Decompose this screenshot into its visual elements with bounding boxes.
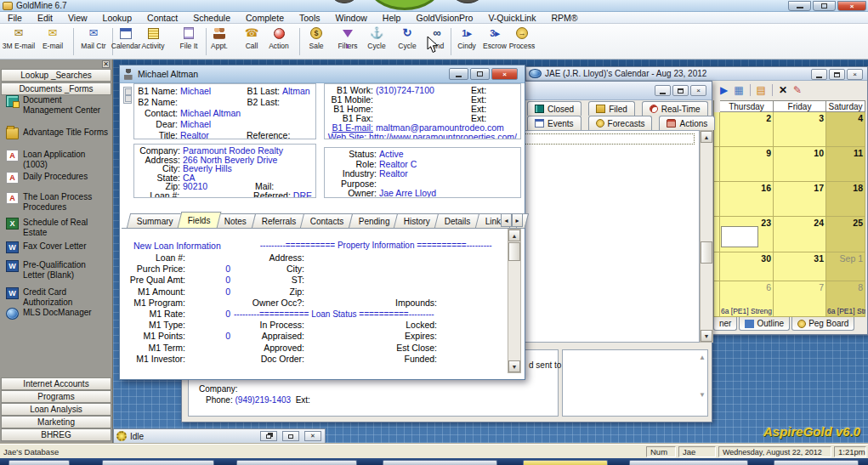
tab-details[interactable]: Details (434, 213, 481, 228)
sidebar-item-loan-application[interactable]: ALoan Application (1003) (6, 150, 110, 169)
activity-tab-events[interactable]: Events (527, 116, 582, 130)
calendar-tab-planner[interactable]: ner (713, 317, 737, 331)
tab-referrals[interactable]: Referrals (251, 213, 306, 228)
sidebar-item-loan-process-procedures[interactable]: AThe Loan Process Procedures (6, 192, 110, 212)
status-field[interactable]: Active (379, 150, 404, 160)
menu-rpm[interactable]: RPM® (543, 13, 585, 23)
sidebar-item-schedule-of-real-estate[interactable]: XSchedule of Real Estate (6, 218, 110, 237)
sidebar-group-loan-analysis[interactable]: Loan Analysis (1, 403, 111, 416)
calendar-cell[interactable]: 2 (720, 112, 774, 147)
website-value[interactable]: http://www.paramountproperties.com/ (369, 133, 517, 139)
tab-fields[interactable]: Fields (177, 212, 220, 228)
tab-scroll-right-icon[interactable]: ▸ (512, 213, 523, 227)
calendar-cell[interactable]: 25 (826, 217, 865, 252)
toolbar-process-button[interactable]: →Process (505, 26, 539, 57)
tab-notes[interactable]: Notes (214, 213, 257, 228)
selected-day-box[interactable] (721, 226, 758, 247)
taskbar-button[interactable] (774, 460, 859, 465)
fields-scrollbar[interactable]: ▲ ▼ (508, 229, 521, 373)
scroll-down-icon[interactable]: ▼ (508, 360, 520, 372)
toolbar-file-it-button[interactable]: File It (172, 26, 206, 57)
calendar-event[interactable]: 6a [PE1] Streng (827, 307, 865, 315)
video-calendar-icon[interactable]: ▦ (734, 84, 743, 96)
scroll-down-icon[interactable]: ▼ (701, 330, 712, 342)
calendar-cell[interactable]: 30 (720, 252, 774, 281)
menu-tools[interactable]: Tools (292, 13, 328, 23)
menu-contact[interactable]: Contact (139, 13, 185, 23)
tab-summary[interactable]: Summary (127, 213, 184, 228)
toolbar-mail-center-button[interactable]: ✉Mail Ctr (77, 26, 111, 57)
menu-help[interactable]: Help (375, 13, 409, 23)
calendar-cell[interactable]: 7 (774, 281, 826, 317)
delete-x-icon[interactable]: ✕ (779, 84, 787, 96)
menu-lookup[interactable]: Lookup (95, 13, 139, 23)
maximize-icon[interactable] (672, 85, 689, 96)
taskbar-button[interactable] (383, 460, 497, 465)
sidebar-item-pre-qualification-letter[interactable]: WPre-Qualification Letter (Blank) (6, 260, 110, 280)
close-icon[interactable]: × (690, 85, 706, 96)
calendar-event[interactable]: 6a [PE1] Streng (721, 307, 774, 315)
sidebar-group-internet-accounts[interactable]: Internet Accounts (1, 377, 111, 390)
sidebar-item-advantage-title-forms[interactable]: Advantage Title Forms (6, 128, 110, 139)
scroll-thumb[interactable] (701, 241, 712, 264)
sidebar-group-marketing[interactable]: Marketing (1, 416, 111, 428)
website-link[interactable]: Web Site: (326, 133, 369, 139)
taskbar-button[interactable] (236, 460, 357, 465)
calendar-cell[interactable]: 17 (774, 182, 826, 217)
minimize-icon[interactable] (788, 1, 811, 11)
menu-edit[interactable]: Edit (30, 13, 60, 23)
activity-tab-filed[interactable]: Filed (588, 101, 635, 116)
calendar-cell[interactable]: 9 (720, 147, 774, 182)
close-icon[interactable]: × (491, 68, 518, 80)
sidebar-item-document-management-center[interactable]: Document Management Center (6, 95, 110, 115)
scroll-thumb[interactable] (508, 242, 520, 261)
toolbar-cycle-clock-button[interactable]: ↻Cycle (390, 26, 424, 57)
calendar-cell[interactable]: 31 (774, 252, 826, 281)
b1-last-field[interactable]: Altman (282, 86, 310, 97)
calendar-cell[interactable]: 4 (826, 112, 865, 147)
title-field[interactable]: Realtor (180, 130, 247, 139)
idle-window[interactable]: Idle ✕ (113, 428, 326, 444)
toolbar-action-button[interactable]: Action (262, 26, 296, 57)
taskbar-button[interactable] (9, 460, 70, 465)
menu-vquicklink[interactable]: V-QuickLink (480, 13, 543, 23)
sidebar-item-daily-procedures[interactable]: ADaily Procedures (6, 172, 110, 184)
calendar-cell[interactable]: 24 (774, 217, 826, 252)
toolbar-sale-button[interactable]: $Sale (299, 26, 333, 57)
calendar-cell[interactable]: 86a [PE1] Streng (826, 281, 865, 317)
sidebar-item-credit-card-authorization[interactable]: WCredit Card Authorization (6, 287, 110, 307)
calendar-tab-peg-board[interactable]: Peg Board (791, 317, 854, 331)
activity-tab-actions[interactable]: Actions (659, 116, 715, 130)
sidebar-item-fax-cover-letter[interactable]: WFax Cover Letter (6, 241, 110, 253)
scroll-up-icon[interactable]: ▲ (699, 354, 706, 361)
industry-field[interactable]: Realtor (379, 169, 408, 179)
restore-icon[interactable] (260, 431, 277, 441)
sidebar-group-documents-forms[interactable]: Documents _Forms (1, 82, 111, 95)
maximize-icon[interactable] (470, 68, 490, 80)
toolbar-email-button[interactable]: ✉E-mail (36, 26, 70, 57)
b2-name-field[interactable] (180, 97, 247, 108)
loan-number-field[interactable] (182, 191, 253, 199)
contact-field[interactable]: Michael Altman (180, 108, 241, 119)
close-icon[interactable]: × (837, 1, 866, 11)
toolbar-3m-email-button[interactable]: ✉3M E-mail (2, 26, 36, 57)
maximize-icon[interactable] (282, 431, 299, 441)
tab-pending[interactable]: Pending (349, 213, 400, 228)
menu-goldvisionpro[interactable]: GoldVisionPro (408, 13, 480, 23)
calendar-cell[interactable]: 10 (774, 147, 826, 182)
sidebar-item-mls-docmanager[interactable]: MLS DocManager (6, 308, 110, 320)
b1-name-field[interactable]: Michael (180, 86, 247, 97)
record-spinner[interactable] (123, 87, 132, 104)
taskbar-button-active[interactable] (523, 460, 608, 465)
calendar-cell[interactable]: 16 (720, 182, 774, 217)
tab-scroll-left-icon[interactable]: ◂ (501, 213, 512, 227)
toolbar-activity-button[interactable]: Activity (136, 26, 170, 57)
restore-icon[interactable] (813, 1, 836, 11)
maximize-icon[interactable] (829, 69, 845, 80)
activity-tab-forecasts[interactable]: Forecasts (588, 116, 653, 130)
toolbar-cycle-anchor-button[interactable]: ⚓Cycle (360, 26, 394, 57)
tab-contacts[interactable]: Contacts (300, 213, 355, 228)
scroll-down-icon[interactable]: ▼ (699, 391, 706, 399)
notes-icon[interactable]: ▤ (757, 84, 766, 96)
calendar-cell[interactable]: Sep 1 (826, 252, 865, 281)
